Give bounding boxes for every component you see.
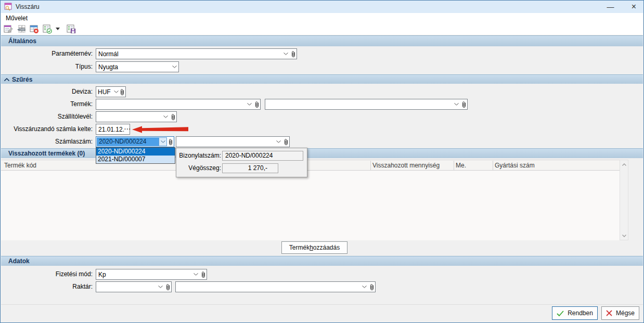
paperclip-icon[interactable] [253,101,260,108]
visszaru-dialog: Visszáru — × Művelet [0,0,644,323]
warehouse-label: Raktár: [1,281,93,292]
parameter-name-value: Normál [96,50,282,58]
deviza-combo[interactable]: HUF [96,86,126,97]
column-header-mennyiseg[interactable]: Visszahozott mennyiség [372,160,440,171]
warehouse-name-combo[interactable] [175,281,376,292]
invoice-number-dropdown-list: 2020-ND/000224 2021-ND/000007 [96,147,175,164]
edit-parameters-icon[interactable] [3,24,14,34]
ok-button[interactable]: Rendben [552,306,598,320]
product-combo[interactable] [96,99,261,110]
table-scrollbar[interactable] [620,160,628,240]
column-header-termek-kod[interactable]: Termék kód [4,160,36,171]
scroll-down-icon[interactable] [620,231,628,240]
warehouse-combo[interactable] [96,281,172,292]
menu-muvelet[interactable]: Művelet [1,13,32,23]
paperclip-icon[interactable] [119,88,125,96]
chevron-down-icon[interactable] [192,273,200,276]
toolbar-dropdown-icon[interactable] [55,24,60,34]
bizonylatszam-label: Bizonylatszám: [176,151,221,161]
type-value: Nyugta [96,63,171,71]
insert-row-icon[interactable] [16,24,27,34]
chevron-down-icon[interactable] [171,66,178,68]
type-combo[interactable]: Nyugta [96,61,179,72]
app-icon [4,3,12,11]
x-icon [606,310,612,316]
products-table-body [1,171,620,240]
invoice-date-label: Visszáruzandó számla kelte: [1,124,93,135]
paperclip-icon[interactable] [170,113,176,121]
chevron-down-icon[interactable] [275,140,282,143]
paperclip-icon[interactable] [290,50,297,58]
invoice-number-label: Számlaszám: [1,136,93,147]
type-label: Típus: [1,61,93,72]
product-name-combo[interactable] [265,99,468,110]
collapse-icon[interactable] [4,78,9,81]
minimize-button[interactable]: — [599,1,622,13]
bizonylatszam-value: 2020-ND/000224 [222,151,303,161]
section-adatok: Adatok [1,256,643,266]
chevron-down-icon[interactable] [282,53,290,55]
titlebar: Visszáru — × [1,1,643,13]
invoice-date-value: 21.01.12. [96,126,124,133]
chevron-down-icon[interactable] [157,286,164,288]
add-product-button[interactable]: Termék hozzáadás [281,241,347,254]
dropdown-option[interactable]: 2021-ND/000007 [96,156,175,163]
paperclip-icon[interactable] [368,283,375,291]
parameter-name-label: Paraméternév: [1,48,93,59]
check-icon [557,311,564,316]
chevron-down-icon[interactable] [159,137,167,146]
section-general-title: Általános [8,37,36,45]
paperclip-icon[interactable] [460,101,467,108]
products-table-header: Termék kód Visszahozott mennyiség Me. Gy… [1,160,620,171]
deviza-value: HUF [96,88,113,96]
parameter-name-combo[interactable]: Normál [96,48,297,59]
menubar: Művelet [1,13,643,23]
confirm-list-icon[interactable] [42,24,53,34]
chevron-down-icon[interactable] [246,103,253,106]
scroll-up-icon[interactable] [620,160,628,169]
product-label: Termék: [1,99,93,110]
paperclip-icon[interactable] [200,271,207,278]
dropdown-option[interactable]: 2020-ND/000224 [96,148,175,156]
save-list-icon[interactable] [66,24,76,34]
payment-method-label: Fizetési mód: [1,269,93,280]
chevron-down-icon[interactable] [113,91,119,93]
invoice-date-field[interactable]: 21.01.12. ··· [96,124,130,135]
section-adatok-title: Adatok [8,257,30,265]
invoice-number-value: 2020-ND/000224 [97,137,159,146]
column-header-me[interactable]: Me. [456,160,466,171]
section-filter[interactable]: Szűrés [1,74,643,84]
payment-method-combo[interactable]: Kp [96,269,207,280]
chevron-down-icon[interactable] [453,103,460,106]
vegosszeg-label: Végösszeg: [176,163,221,173]
chevron-down-icon[interactable] [360,286,368,288]
annotation-arrow [132,125,189,135]
invoice-number-combo[interactable]: 2020-ND/000224 [96,136,174,147]
toolbar [1,23,643,35]
chevron-down-icon[interactable] [162,115,170,118]
date-picker-button[interactable]: ··· [124,126,131,132]
section-products-title: Visszahozott termékek (0) [8,150,85,157]
paperclip-icon[interactable] [164,283,171,291]
window-title: Visszáru [16,3,40,10]
payment-method-value: Kp [96,271,192,278]
invoice-info-tooltip: Bizonylatszám: 2020-ND/000224 Végösszeg:… [176,148,307,177]
invoice-number-secondary-combo[interactable] [176,136,290,147]
close-button[interactable]: × [622,1,644,13]
cancel-button[interactable]: Mégse [601,306,639,320]
column-header-gyartasi-szam[interactable]: Gyártási szám [495,160,535,171]
delivery-note-combo[interactable] [96,111,177,122]
delete-row-icon[interactable] [29,24,40,34]
section-filter-title: Szűrés [12,76,32,83]
deviza-label: Deviza: [1,86,93,97]
section-general: Általános [1,35,643,46]
paperclip-icon[interactable] [282,138,289,146]
vegosszeg-value: 1 270,- [222,163,278,173]
delivery-note-label: Szállítólevél: [1,111,93,122]
paperclip-icon[interactable] [167,138,174,146]
